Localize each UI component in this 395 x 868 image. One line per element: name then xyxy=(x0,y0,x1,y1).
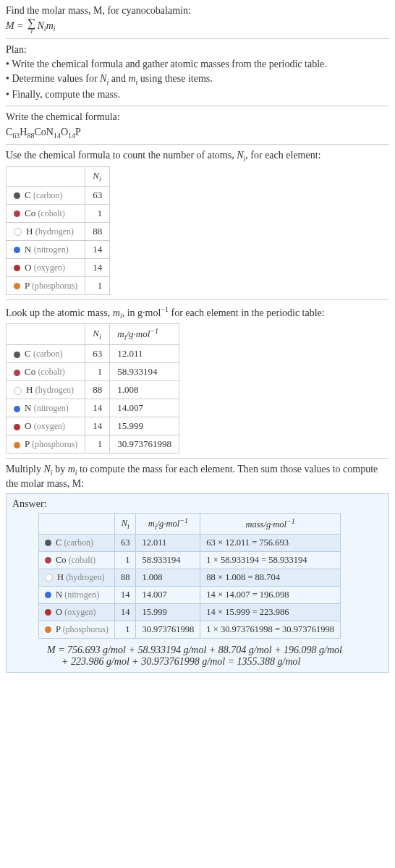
element-cell: Co (cobalt) xyxy=(7,363,85,381)
element-cell: Co (cobalt) xyxy=(7,204,85,222)
table-row: O (oxygen)1415.999 xyxy=(7,417,179,435)
table-row: H (hydrogen)881.00888 × 1.008 = 88.704 xyxy=(39,569,341,586)
answer-table: Nimi/g·mol−1mass/g·mol−1 C (carbon)6312.… xyxy=(38,513,341,639)
table-row: Co (cobalt)1 xyxy=(7,204,110,222)
table-row: P (phosphorus)130.973761998 xyxy=(7,435,179,454)
element-cell: H (hydrogen) xyxy=(7,381,85,399)
divider xyxy=(6,299,389,300)
table-row: H (hydrogen)881.008 xyxy=(7,381,179,399)
element-cell: C (carbon) xyxy=(7,345,85,363)
chemical-formula: C63H88CoN14O14P xyxy=(6,126,389,140)
atom-count-table: Ni C (carbon)63Co (cobalt)1H (hydrogen)8… xyxy=(6,166,110,295)
element-cell: O (oxygen) xyxy=(39,603,115,621)
answer-title: Answer: xyxy=(12,498,383,510)
element-cell: H (hydrogen) xyxy=(7,222,85,240)
final-sum: M = 756.693 g/mol + 58.933194 g/mol + 88… xyxy=(38,644,383,668)
table-row: Co (cobalt)158.933194 xyxy=(7,363,179,381)
element-cell: N (nitrogen) xyxy=(39,586,115,603)
table-row: C (carbon)6312.011 xyxy=(7,345,179,363)
intro-text: Find the molar mass, M, for cyanocobalam… xyxy=(6,4,389,17)
plan-item-3: • Finally, compute the mass. xyxy=(6,88,389,101)
table-row: H (hydrogen)88 xyxy=(7,222,110,240)
element-cell: Co (cobalt) xyxy=(39,551,115,569)
divider xyxy=(6,144,389,145)
table-row: C (carbon)63 xyxy=(7,186,110,204)
answer-panel: Answer: Nimi/g·mol−1mass/g·mol−1 C (carb… xyxy=(6,493,389,673)
element-cell: P (phosphorus) xyxy=(7,435,85,454)
element-cell: P (phosphorus) xyxy=(7,276,85,294)
step-count-atoms: Use the chemical formula to count the nu… xyxy=(6,149,389,163)
element-cell: O (oxygen) xyxy=(7,417,85,435)
table-row: N (nitrogen)1414.007 xyxy=(7,399,179,417)
atomic-mass-table: Nimi/g·mol−1 C (carbon)6312.011Co (cobal… xyxy=(6,323,179,454)
table-row: P (phosphorus)130.9737619981 × 30.973761… xyxy=(39,621,341,638)
element-cell: O (oxygen) xyxy=(7,258,85,276)
plan-title: Plan: xyxy=(6,43,389,56)
step-atomic-mass: Look up the atomic mass, mi, in g·mol−1 … xyxy=(6,305,389,320)
plan-item-1: • Write the chemical formula and gather … xyxy=(6,58,389,71)
molar-mass-formula: M = ∑iNimi xyxy=(6,19,389,34)
table-row: N (nitrogen)14 xyxy=(7,240,110,258)
step-write-formula: Write the chemical formula: xyxy=(6,111,389,124)
element-cell: C (carbon) xyxy=(39,534,115,551)
table-row: Co (cobalt)158.9331941 × 58.933194 = 58.… xyxy=(39,551,341,569)
table-row: N (nitrogen)1414.00714 × 14.007 = 196.09… xyxy=(39,586,341,603)
table-row: P (phosphorus)1 xyxy=(7,276,110,294)
divider xyxy=(6,106,389,106)
element-cell: C (carbon) xyxy=(7,186,85,204)
divider xyxy=(6,38,389,39)
divider xyxy=(6,458,389,459)
table-row: O (oxygen)1415.99914 × 15.999 = 223.986 xyxy=(39,603,341,621)
element-cell: N (nitrogen) xyxy=(7,399,85,417)
element-cell: H (hydrogen) xyxy=(39,569,115,586)
table-row: C (carbon)6312.01163 × 12.011 = 756.693 xyxy=(39,534,341,551)
table-row: O (oxygen)14 xyxy=(7,258,110,276)
element-cell: P (phosphorus) xyxy=(39,621,115,638)
step-multiply: Multiply Ni by mi to compute the mass fo… xyxy=(6,463,389,490)
element-cell: N (nitrogen) xyxy=(7,240,85,258)
plan-item-2: • Determine values for Ni and mi using t… xyxy=(6,72,389,87)
